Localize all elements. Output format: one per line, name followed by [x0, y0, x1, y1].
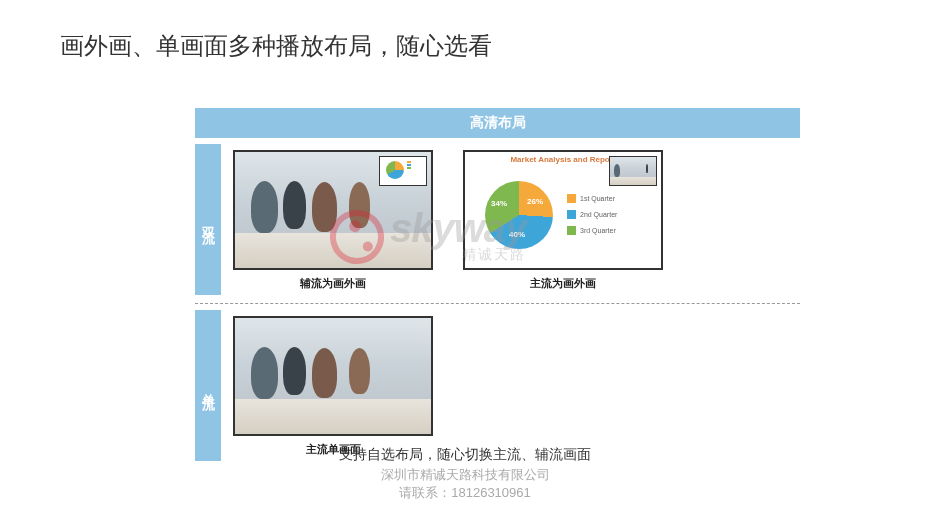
- screen-single: [233, 316, 433, 436]
- row-dual: 双流 辅流为画外画: [195, 144, 800, 295]
- cell-dual-right: Market Analysis and Report 26% 40% 34% 1: [463, 150, 663, 291]
- legend-item-1: 1st Quarter: [567, 194, 617, 203]
- pip-meeting: [609, 156, 657, 186]
- mini-meeting-image: [610, 157, 656, 185]
- page-title: 画外画、单画面多种播放布局，随心选看: [60, 30, 492, 62]
- pie-label-2: 40%: [509, 230, 525, 239]
- meeting-image-single: [235, 318, 431, 434]
- legend-text-3: 3rd Quarter: [580, 227, 616, 234]
- cell-single-left: 主流单画面: [233, 316, 433, 457]
- layout-grid: 高清布局 双流 辅流为画外画: [195, 108, 800, 461]
- caption-dual-left: 辅流为画外画: [300, 276, 366, 291]
- row-single-label: 单流: [195, 310, 221, 461]
- pie-chart: 26% 40% 34%: [485, 181, 553, 249]
- mini-pie-icon: [386, 161, 404, 179]
- legend-item-3: 3rd Quarter: [567, 226, 617, 235]
- legend-text-2: 2nd Quarter: [580, 211, 617, 218]
- cell-dual-left: 辅流为画外画: [233, 150, 433, 291]
- legend-item-2: 2nd Quarter: [567, 210, 617, 219]
- legend-swatch-2: [567, 210, 576, 219]
- contact-phone: 请联系：18126310961: [0, 484, 930, 502]
- chart-legend: 1st Quarter 2nd Quarter 3rd Quarter: [567, 194, 617, 235]
- screen-aux-pip: [233, 150, 433, 270]
- row-dual-label: 双流: [195, 144, 221, 295]
- divider: [195, 303, 800, 304]
- legend-swatch-3: [567, 226, 576, 235]
- pip-chart: [379, 156, 427, 186]
- row-single: 单流 主流单画面: [195, 310, 800, 461]
- footnote: 支持自选布局，随心切换主流、辅流画面: [0, 446, 930, 464]
- contact-info: 深圳市精诚天路科技有限公司 请联系：18126310961: [0, 466, 930, 502]
- screen-main-pip: Market Analysis and Report 26% 40% 34% 1: [463, 150, 663, 270]
- legend-text-1: 1st Quarter: [580, 195, 615, 202]
- caption-dual-right: 主流为画外画: [530, 276, 596, 291]
- pie-label-1: 26%: [527, 197, 543, 206]
- legend-swatch-1: [567, 194, 576, 203]
- contact-company: 深圳市精诚天路科技有限公司: [0, 466, 930, 484]
- layout-header: 高清布局: [195, 108, 800, 138]
- pie-label-3: 34%: [491, 199, 507, 208]
